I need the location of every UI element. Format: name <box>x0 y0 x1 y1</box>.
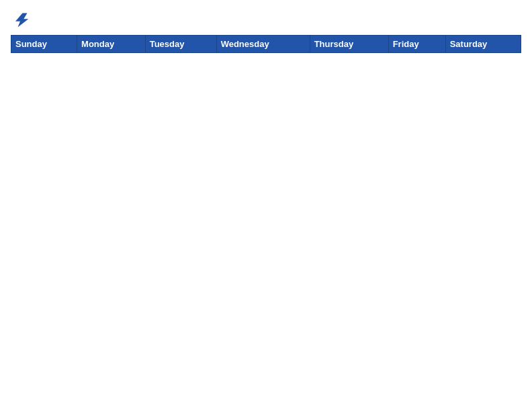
calendar-table: SundayMondayTuesdayWednesdayThursdayFrid… <box>11 35 521 53</box>
svg-marker-0 <box>15 13 28 28</box>
logo-icon <box>11 11 30 30</box>
day-header-saturday: Saturday <box>445 36 521 53</box>
page-header <box>11 11 521 30</box>
day-header-thursday: Thursday <box>310 36 388 53</box>
day-header-sunday: Sunday <box>11 36 77 53</box>
calendar-header-row: SundayMondayTuesdayWednesdayThursdayFrid… <box>11 36 521 53</box>
day-header-wednesday: Wednesday <box>216 36 310 53</box>
day-header-tuesday: Tuesday <box>145 36 216 53</box>
day-header-monday: Monday <box>77 36 146 53</box>
day-header-friday: Friday <box>388 36 445 53</box>
logo <box>11 11 32 30</box>
